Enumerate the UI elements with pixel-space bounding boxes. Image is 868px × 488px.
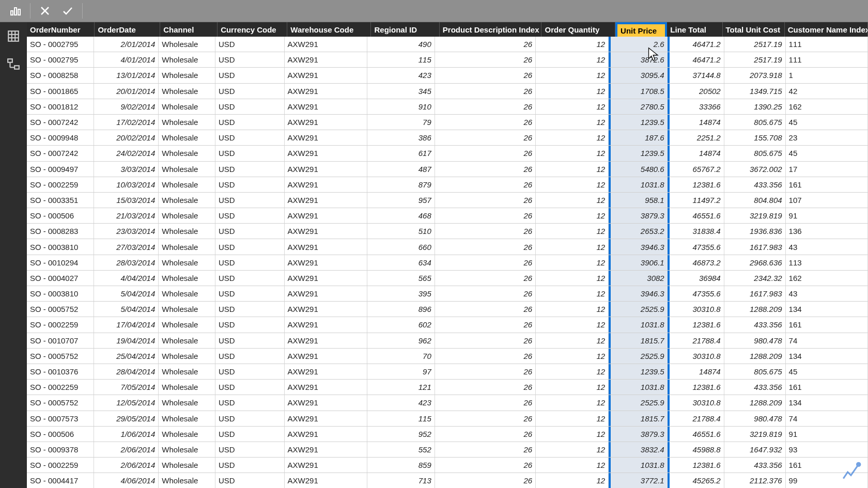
data-rows[interactable]: SO - 00027952/01/2014WholesaleUSDAXW2914… [27,37,868,488]
col-header-4[interactable]: Warehouse Code [287,22,371,37]
cell[interactable]: 12 [536,271,609,286]
cell[interactable]: 115 [367,411,435,426]
cell[interactable]: 1 [786,68,868,83]
cell[interactable]: 980.478 [724,411,786,426]
cell[interactable]: AXW291 [285,458,367,473]
cell[interactable]: 713 [367,473,435,488]
cell[interactable]: Wholesale [159,146,215,161]
cell[interactable]: 12 [536,52,609,67]
cell[interactable]: 958.1 [609,193,670,208]
cell[interactable]: 12 [536,115,609,130]
cell[interactable]: 2968.636 [724,255,786,270]
cell[interactable]: 2780.5 [609,99,670,114]
cell[interactable]: USD [215,208,285,223]
cell[interactable]: 4/01/2014 [94,52,159,67]
cell[interactable]: 26 [435,317,536,332]
cell[interactable]: 395 [367,286,435,301]
cell[interactable]: 33366 [670,99,724,114]
cell[interactable]: AXW291 [285,442,367,457]
cell[interactable]: 2/06/2014 [94,458,159,473]
cell[interactable]: USD [215,395,285,410]
cell[interactable]: 1031.8 [609,177,670,192]
cell[interactable]: 3906.1 [609,255,670,270]
cell[interactable]: USD [215,458,285,473]
cell[interactable]: 1288.209 [724,395,786,410]
cell[interactable]: SO - 000506 [27,208,94,223]
cell[interactable]: 805.675 [724,115,786,130]
table-row[interactable]: SO - 000225910/03/2014WholesaleUSDAXW291… [27,177,868,193]
cell[interactable]: 46551.6 [670,427,724,442]
cell[interactable]: 3772.1 [609,473,670,488]
table-row[interactable]: SO - 00040274/04/2014WholesaleUSDAXW2915… [27,271,868,286]
cell[interactable]: 13/01/2014 [94,68,159,83]
cell[interactable]: 12 [536,68,609,83]
cell[interactable]: Wholesale [159,52,215,67]
cell[interactable]: AXW291 [285,177,367,192]
cell[interactable]: 2517.19 [724,52,786,67]
cell[interactable]: 3946.3 [609,239,670,254]
cell[interactable]: 617 [367,146,435,161]
cell[interactable]: SO - 0001812 [27,99,94,114]
table-row[interactable]: SO - 00027954/01/2014WholesaleUSDAXW2911… [27,52,868,68]
cell[interactable]: 1288.209 [724,302,786,317]
cell[interactable]: 26 [435,177,536,192]
cell[interactable]: 15/03/2014 [94,193,159,208]
cell[interactable]: USD [215,333,285,348]
cell[interactable]: 46551.6 [670,208,724,223]
cell[interactable]: 162 [786,271,868,286]
cell[interactable]: 91 [786,427,868,442]
cell[interactable]: 12 [536,146,609,161]
cell[interactable]: 37144.8 [670,68,724,83]
cell[interactable]: 26 [435,427,536,442]
cell[interactable]: 115 [367,52,435,67]
cell[interactable]: 423 [367,395,435,410]
cell[interactable]: AXW291 [285,364,367,379]
cell[interactable]: 43 [786,239,868,254]
cell[interactable]: Wholesale [159,99,215,114]
cell[interactable]: 565 [367,271,435,286]
cell[interactable]: 12381.6 [670,177,724,192]
table-row[interactable]: SO - 001070719/04/2014WholesaleUSDAXW291… [27,333,868,349]
cell[interactable]: 12381.6 [670,317,724,332]
cell[interactable]: Wholesale [159,473,215,488]
cell[interactable]: 12 [536,302,609,317]
cell[interactable]: 26 [435,302,536,317]
close-icon[interactable] [39,5,51,17]
cell[interactable]: 2251.2 [670,130,724,145]
cell[interactable]: 805.675 [724,364,786,379]
cell[interactable]: AXW291 [285,37,367,52]
cell[interactable]: SO - 0010376 [27,364,94,379]
cell[interactable]: 2525.9 [609,349,670,364]
cell[interactable]: 3879.3 [609,427,670,442]
cell[interactable]: AXW291 [285,68,367,83]
cell[interactable]: 3672.002 [724,162,786,177]
cell[interactable]: 3946.3 [609,286,670,301]
cell[interactable]: 12 [536,442,609,457]
cell[interactable]: 23/03/2014 [94,224,159,239]
cell[interactable]: USD [215,239,285,254]
cell[interactable]: 423 [367,68,435,83]
formula-input[interactable] [86,3,868,19]
cell[interactable]: 43 [786,286,868,301]
grid-icon[interactable] [7,29,20,43]
table-row[interactable]: SO - 000335115/03/2014WholesaleUSDAXW291… [27,193,868,208]
cell[interactable]: 1647.932 [724,442,786,457]
cell[interactable]: 12 [536,395,609,410]
cell[interactable]: SO - 0007242 [27,115,94,130]
table-row[interactable]: SO - 00093782/06/2014WholesaleUSDAXW2915… [27,442,868,458]
cell[interactable]: 79 [367,115,435,130]
table-row[interactable]: SO - 00094973/03/2014WholesaleUSDAXW2914… [27,162,868,177]
cell[interactable]: 2525.9 [609,302,670,317]
cell[interactable]: 30310.8 [670,349,724,364]
cell[interactable]: 2/01/2014 [94,37,159,52]
cell[interactable]: USD [215,473,285,488]
cell[interactable]: USD [215,224,285,239]
cell[interactable]: Wholesale [159,349,215,364]
table-row[interactable]: SO - 000828323/03/2014WholesaleUSDAXW291… [27,224,868,239]
cell[interactable]: AXW291 [285,286,367,301]
col-header-9[interactable]: Line Total [667,22,722,37]
cell[interactable]: AXW291 [285,317,367,332]
table-row[interactable]: SO - 000757329/05/2014WholesaleUSDAXW291… [27,411,868,427]
cell[interactable]: 111 [786,37,868,52]
cell[interactable]: 12 [536,364,609,379]
